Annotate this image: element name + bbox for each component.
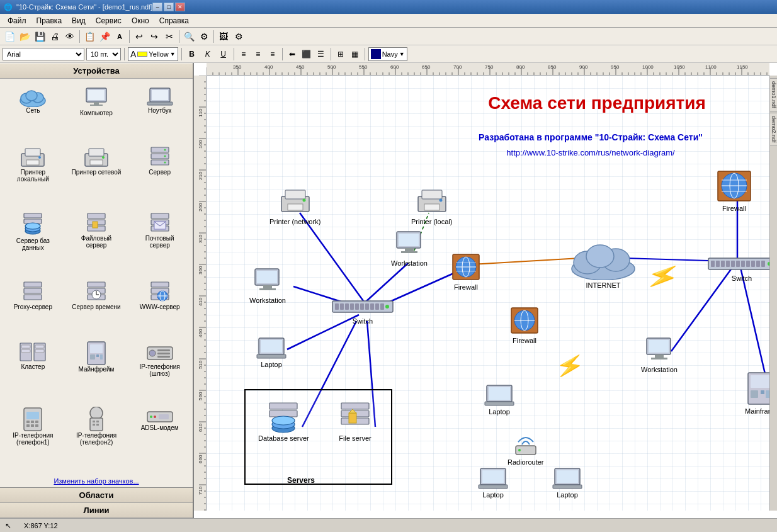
paste-button[interactable]: 📌	[98, 30, 111, 43]
device-mail-server[interactable]: Почтовыйсервер	[129, 209, 190, 275]
mainframe-icon	[85, 341, 108, 366]
align-center-button[interactable]: ≡	[252, 48, 264, 60]
bold-button[interactable]: B	[185, 47, 199, 61]
ip-phone-hub-icon	[146, 341, 174, 363]
node-firewall-top-label: Firewall	[722, 205, 746, 212]
node-laptop3[interactable]: Laptop	[477, 467, 509, 499]
device-ip-phone1[interactable]: IP-телефония(телефон1)	[3, 404, 64, 470]
device-computer[interactable]: Компьютер	[66, 84, 127, 140]
node-printer-local[interactable]: Printer (local)	[411, 188, 452, 225]
device-adsl[interactable]: ADSL-модем	[129, 404, 190, 470]
node-file-server[interactable]: File server	[339, 402, 371, 442]
canvas-area[interactable]: demo1.ndf demo2.ndf	[194, 63, 777, 518]
svg-rect-171	[649, 340, 669, 353]
lines-section-btn[interactable]: Линии	[0, 503, 193, 518]
settings-button[interactable]: ⚙	[232, 30, 246, 43]
menu-window[interactable]: Окно	[127, 15, 154, 26]
menu-help[interactable]: Справка	[154, 15, 194, 26]
properties-button[interactable]: ⚙	[197, 30, 211, 43]
image-button[interactable]: 🖼	[217, 30, 230, 43]
title-bar-controls: – □ ✕	[152, 3, 185, 11]
node-mainframe[interactable]: Mainframe	[745, 371, 769, 415]
node-firewall2[interactable]: Firewall	[509, 305, 540, 344]
preview-button[interactable]: 👁	[63, 30, 77, 43]
outdent-button[interactable]: ⬛	[300, 48, 313, 60]
areas-section-btn[interactable]: Области	[0, 488, 193, 503]
indent-button[interactable]: ⬅	[286, 48, 298, 60]
node-laptop2[interactable]: Laptop	[484, 384, 515, 416]
device-ip-phone2[interactable]: IP-телефония(телефон2)	[66, 404, 127, 470]
line-color-button[interactable]: Navy ▼	[368, 47, 407, 61]
svg-rect-47	[151, 282, 169, 287]
device-mainframe[interactable]: Майнфрейм	[66, 337, 127, 401]
printer-local-icon	[19, 146, 47, 169]
zoom-in-button[interactable]: 🔍	[182, 30, 196, 43]
device-proxy[interactable]: Proxy-сервер	[3, 278, 64, 334]
node-laptop4[interactable]: Laptop	[552, 467, 583, 499]
device-printer-local[interactable]: Принтерлокальный	[3, 143, 64, 207]
node-printer-network[interactable]: Printer (network)	[269, 188, 320, 225]
insert-text-button[interactable]: A	[113, 30, 127, 43]
tab-demo1[interactable]: demo1.ndf	[769, 78, 778, 111]
new-button[interactable]: 📄	[3, 30, 16, 43]
device-db-server[interactable]: Сервер базданных	[3, 209, 64, 275]
open-button[interactable]: 📂	[18, 30, 31, 43]
device-server[interactable]: Сервер	[129, 143, 190, 207]
device-file-server[interactable]: Файловыйсервер	[66, 209, 127, 275]
node-workstation2[interactable]: Workstation	[249, 268, 286, 304]
tab-demo2[interactable]: demo2.ndf	[769, 113, 778, 146]
node-switch1[interactable]: Switch	[331, 297, 394, 325]
node-switch2[interactable]: Switch	[707, 254, 769, 282]
diagram-canvas[interactable]: ⚡ ⚡ Схема сети предприятия Разработана в…	[207, 76, 769, 511]
fill-color-button[interactable]: A Yellow ▼	[128, 47, 178, 61]
close-button[interactable]: ✕	[175, 3, 185, 11]
node-internet[interactable]: INTERNET	[565, 236, 641, 289]
computer-icon	[84, 87, 109, 110]
save-button[interactable]: 💾	[33, 30, 47, 43]
list-button[interactable]: ☰	[315, 48, 327, 60]
align-right-button[interactable]: ≡	[266, 48, 279, 60]
font-size-select[interactable]: 10 пт.	[86, 48, 121, 60]
node-laptop1[interactable]: Laptop	[256, 337, 287, 368]
redo-button[interactable]: ↪	[147, 30, 161, 43]
node-firewall-top[interactable]: Firewall	[715, 169, 753, 212]
line-color-dropdown-icon[interactable]: ▼	[399, 51, 405, 57]
node-workstation3[interactable]: Workstation	[641, 337, 678, 373]
maximize-button[interactable]: □	[164, 3, 174, 11]
device-network[interactable]: Сеть	[3, 84, 64, 140]
change-icons-link[interactable]: Изменить набор значков...	[0, 475, 193, 487]
node-workstation1-label: Workstation	[391, 259, 428, 267]
device-cluster[interactable]: Кластер	[3, 337, 64, 401]
menu-service[interactable]: Сервис	[91, 15, 127, 26]
menu-view[interactable]: Вид	[67, 15, 91, 26]
underline-button[interactable]: U	[217, 47, 230, 61]
radiorouter-icon	[509, 427, 542, 457]
node-db-server[interactable]: Database server	[258, 402, 309, 442]
cut-button[interactable]: ✂	[162, 30, 176, 43]
menu-edit[interactable]: Правка	[31, 15, 67, 26]
device-laptop[interactable]: Ноутбук	[129, 84, 190, 140]
borders-button[interactable]: ⊞	[334, 48, 347, 60]
svg-rect-159	[716, 261, 720, 267]
menu-file[interactable]: Файл	[3, 15, 31, 26]
minimize-button[interactable]: –	[152, 3, 162, 11]
device-time-server[interactable]: Сервер времени	[66, 278, 127, 334]
align-left-button[interactable]: ≡	[237, 48, 250, 60]
device-ip-phone-hub[interactable]: IP-телефония(шлюз)	[129, 337, 190, 401]
copy-button[interactable]: 📋	[82, 30, 96, 43]
node-radiorouter[interactable]: Radiorouter	[508, 427, 543, 466]
node-firewall1[interactable]: Firewall	[450, 252, 482, 291]
print-button[interactable]: 🖨	[48, 30, 62, 43]
fill-color-dropdown-icon[interactable]: ▼	[170, 51, 176, 57]
fill-color-swatch	[137, 52, 147, 57]
undo-button[interactable]: ↩	[132, 30, 146, 43]
device-www-server[interactable]: WWW-сервер	[129, 278, 190, 334]
main-toolbar: 📄 📂 💾 🖨 👁 📋 📌 A ↩ ↪ ✂ 🔍 ⚙ 🖼 ⚙	[0, 28, 777, 45]
shading-button[interactable]: ▦	[349, 48, 361, 60]
font-select[interactable]: Arial	[3, 48, 84, 60]
svg-point-65	[149, 350, 156, 356]
device-printer-network[interactable]: Принтер сетевой	[66, 143, 127, 207]
node-workstation1[interactable]: Workstation	[391, 230, 428, 267]
svg-rect-61	[90, 354, 95, 359]
italic-button[interactable]: K	[201, 47, 215, 61]
